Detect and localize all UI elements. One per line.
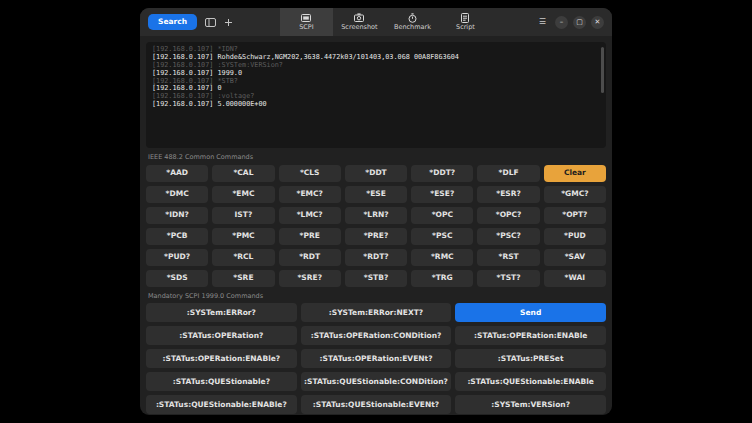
titlebar: Search SCPIScreenshotBenchmarkScript ☰ –… (140, 8, 612, 36)
terminal-scrollbar[interactable] (601, 47, 604, 93)
command-button[interactable]: *WAI (544, 270, 606, 287)
command-button[interactable]: :STATus:QUEStionable:CONDition? (301, 372, 452, 391)
command-button[interactable]: :STATus:OPERation:ENABle (455, 326, 606, 345)
command-button[interactable]: *DDT? (411, 165, 473, 182)
command-button[interactable]: *CLS (279, 165, 341, 182)
terminal-line-text: Rohde&Schwarz,NGM202,3638.4472k03/101403… (217, 53, 458, 61)
command-button[interactable]: :SYSTem:VERSion? (455, 395, 606, 414)
command-button[interactable]: *CAL (212, 165, 274, 182)
command-button[interactable]: *RST (477, 249, 539, 266)
command-button[interactable]: :STATus:OPERation:CONDition? (301, 326, 452, 345)
send-button[interactable]: Send (455, 303, 606, 322)
window-body: [192.168.0.107] *IDN?[192.168.0.107] Roh… (140, 36, 612, 415)
command-button[interactable]: *RDT (279, 249, 341, 266)
ieee-section-label: IEEE 488.2 Common Commands (148, 154, 604, 161)
command-button[interactable]: *DMC (146, 186, 208, 203)
command-button[interactable]: *SRE (212, 270, 274, 287)
terminal-line-host: [192.168.0.107] (152, 61, 213, 69)
command-button[interactable]: *PMC (212, 228, 274, 245)
command-button[interactable]: *EMC? (279, 186, 341, 203)
command-button[interactable]: IST? (212, 207, 274, 224)
terminal-line-text: 1999.0 (217, 69, 242, 77)
terminal-lines: [192.168.0.107] *IDN?[192.168.0.107] Roh… (152, 46, 600, 109)
command-button[interactable]: *RMC (411, 249, 473, 266)
command-button[interactable]: *ESE? (411, 186, 473, 203)
command-button[interactable]: *ESR? (477, 186, 539, 203)
terminal-line-host: [192.168.0.107] (152, 77, 213, 85)
command-button[interactable]: *PSC (411, 228, 473, 245)
command-button[interactable]: *IDN? (146, 207, 208, 224)
command-button[interactable]: :STATus:OPERation:EVENt? (301, 349, 452, 368)
close-button[interactable]: ✕ (591, 16, 604, 29)
terminal-line-host: [192.168.0.107] (152, 84, 213, 92)
search-button[interactable]: Search (148, 14, 197, 30)
terminal-line-text: :SYSTem:VERSion? (217, 61, 282, 69)
tab-label: Benchmark (394, 24, 431, 31)
sidebar-toggle-icon[interactable] (205, 18, 216, 27)
command-button[interactable]: *SDS (146, 270, 208, 287)
minimize-button[interactable]: – (555, 16, 568, 29)
command-button[interactable]: :STATus:OPERation:ENABle? (146, 349, 297, 368)
command-button[interactable]: :SYSTem:ERRor:NEXT? (301, 303, 452, 322)
tab-label: Script (456, 24, 475, 31)
menu-icon[interactable]: ☰ (539, 18, 546, 26)
tab-scpi[interactable]: SCPI (280, 8, 333, 36)
terminal-line-text: *STB? (217, 77, 237, 85)
command-button[interactable]: :STATus:QUEStionable:EVENt? (301, 395, 452, 414)
command-button[interactable]: *OPT? (544, 207, 606, 224)
command-button[interactable]: *RCL (212, 249, 274, 266)
terminal-line-text: :voltage? (217, 92, 254, 100)
tab-benchmark[interactable]: Benchmark (386, 8, 439, 36)
command-button[interactable]: *GMC? (544, 186, 606, 203)
titlebar-left-group: Search (148, 14, 233, 30)
clear-button[interactable]: Clear (544, 165, 606, 182)
command-button[interactable]: :STATus:PRESet (455, 349, 606, 368)
command-button[interactable]: *OPC? (477, 207, 539, 224)
terminal-line-host: [192.168.0.107] (152, 45, 213, 53)
scpi-section-label: Mandatory SCPI 1999.0 Commands (148, 293, 604, 300)
new-tab-icon[interactable] (224, 18, 233, 27)
maximize-button[interactable]: ▢ (573, 16, 586, 29)
tab-script[interactable]: Script (439, 8, 492, 36)
command-button[interactable]: *PUD (544, 228, 606, 245)
script-icon (461, 13, 469, 22)
command-button[interactable]: :STATus:OPERation? (146, 326, 297, 345)
command-button[interactable]: *SRE? (279, 270, 341, 287)
command-button[interactable]: *PSC? (477, 228, 539, 245)
terminal-line-host: [192.168.0.107] (152, 100, 213, 108)
command-button[interactable]: *PRE? (345, 228, 407, 245)
command-button[interactable]: *DLF (477, 165, 539, 182)
ieee-command-grid: *AAD*CAL*CLS*DDT*DDT?*DLFClear*DMC*EMC*E… (146, 165, 606, 287)
tab-screenshot[interactable]: Screenshot (333, 8, 386, 36)
scpi-display-icon (301, 13, 311, 22)
camera-icon (354, 13, 364, 22)
command-button[interactable]: :SYSTem:ERRor? (146, 303, 297, 322)
command-button[interactable]: *PRE (279, 228, 341, 245)
window-controls: ☰ – ▢ ✕ (539, 16, 604, 29)
terminal-output[interactable]: [192.168.0.107] *IDN?[192.168.0.107] Roh… (146, 42, 606, 148)
screen-background: Search SCPIScreenshotBenchmarkScript ☰ –… (0, 0, 752, 423)
terminal-line-text: *IDN? (217, 45, 237, 53)
command-button[interactable]: *EMC (212, 186, 274, 203)
stopwatch-icon (408, 13, 417, 22)
app-window: Search SCPIScreenshotBenchmarkScript ☰ –… (140, 8, 612, 415)
command-button[interactable]: :STATus:QUEStionable? (146, 372, 297, 391)
command-button[interactable]: *DDT (345, 165, 407, 182)
terminal-line-host: [192.168.0.107] (152, 53, 213, 61)
command-button[interactable]: *AAD (146, 165, 208, 182)
terminal-line-host: [192.168.0.107] (152, 92, 213, 100)
command-button[interactable]: *OPC (411, 207, 473, 224)
terminal-line-host: [192.168.0.107] (152, 69, 213, 77)
command-button[interactable]: *SAV (544, 249, 606, 266)
command-button[interactable]: *TRG (411, 270, 473, 287)
command-button[interactable]: :STATus:QUEStionable:ENABle? (146, 395, 297, 414)
command-button[interactable]: *TST? (477, 270, 539, 287)
command-button[interactable]: :STATus:QUEStionable:ENABle (455, 372, 606, 391)
command-button[interactable]: *PUD? (146, 249, 208, 266)
command-button[interactable]: *STB? (345, 270, 407, 287)
command-button[interactable]: *PCB (146, 228, 208, 245)
command-button[interactable]: *ESE (345, 186, 407, 203)
command-button[interactable]: *RDT? (345, 249, 407, 266)
command-button[interactable]: *LRN? (345, 207, 407, 224)
command-button[interactable]: *LMC? (279, 207, 341, 224)
